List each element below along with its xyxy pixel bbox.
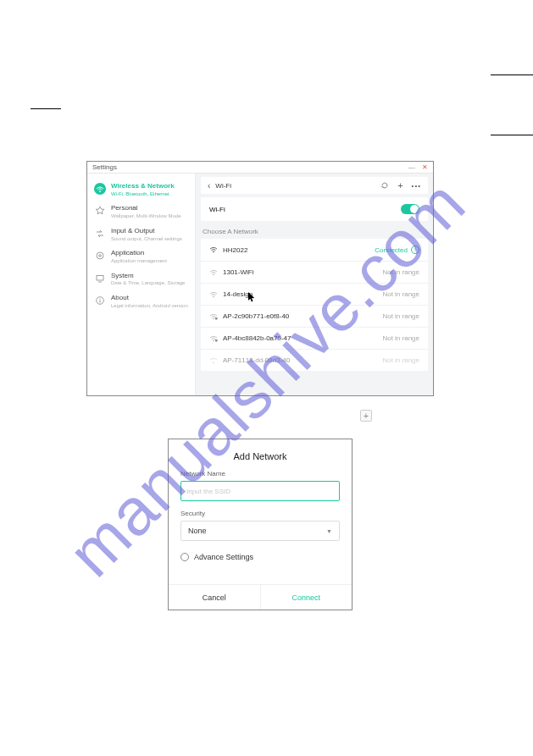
security-select[interactable]: None ▼ bbox=[180, 521, 340, 541]
refresh-icon[interactable] bbox=[380, 181, 389, 190]
cancel-button[interactable]: Cancel bbox=[169, 585, 260, 610]
sidebar-item-sub: Wi-Fi, Bluetooth, Ethernet bbox=[111, 191, 175, 197]
decor-line bbox=[491, 135, 533, 135]
network-status: Connected i bbox=[375, 246, 419, 254]
svg-point-8 bbox=[213, 273, 214, 275]
sidebar-item-io[interactable]: Input & Output Sound output, Channel set… bbox=[87, 223, 195, 246]
sidebar-item-wireless[interactable]: Wireless & Network Wi-Fi, Bluetooth, Eth… bbox=[87, 179, 195, 201]
network-status: Not in range bbox=[382, 268, 419, 276]
svg-point-6 bbox=[99, 298, 100, 299]
close-icon[interactable]: ✕ bbox=[422, 163, 428, 171]
sidebar-item-label: Personal bbox=[111, 205, 180, 212]
sidebar-item-sub: Wallpaper, Multi-Window Mode bbox=[111, 213, 180, 219]
minimize-icon[interactable]: — bbox=[408, 163, 415, 171]
network-name: 1301-WiFi bbox=[223, 268, 253, 276]
svg-point-3 bbox=[99, 255, 102, 257]
advance-settings-row[interactable]: Advance Settings bbox=[180, 553, 340, 561]
wifi-signal-icon bbox=[209, 246, 218, 253]
system-icon bbox=[94, 273, 106, 284]
settings-window: Settings — ✕ Wireless & Network Wi-Fi, B… bbox=[86, 161, 434, 396]
network-row[interactable]: AP-71113-dd-08d3-40 Not in range bbox=[201, 350, 428, 371]
security-label: Security bbox=[180, 510, 340, 517]
sidebar-item-label: System bbox=[111, 273, 185, 280]
more-icon[interactable]: ••• bbox=[412, 182, 421, 190]
sidebar-item-about[interactable]: About Legal information, Android version bbox=[87, 290, 195, 312]
svg-point-7 bbox=[213, 251, 214, 252]
panel-header: ‹ Wi-Fi + ••• bbox=[201, 177, 428, 194]
wifi-toggle-row: Wi-Fi bbox=[201, 197, 428, 221]
svg-point-12 bbox=[213, 339, 214, 341]
svg-point-10 bbox=[213, 317, 214, 319]
wifi-lock-icon bbox=[209, 313, 218, 320]
back-icon[interactable]: ‹ bbox=[208, 181, 210, 190]
security-value: None bbox=[188, 527, 207, 535]
sidebar-item-label: Input & Output bbox=[111, 228, 182, 235]
decor-line bbox=[31, 108, 61, 109]
wifi-signal-icon bbox=[209, 291, 218, 298]
radio-icon bbox=[180, 553, 189, 561]
chevron-down-icon: ▼ bbox=[326, 528, 332, 534]
dialog-actions: Cancel Connect bbox=[169, 584, 352, 610]
info-icon bbox=[94, 295, 106, 306]
svg-point-9 bbox=[213, 295, 214, 297]
sidebar-item-label: Wireless & Network bbox=[111, 183, 175, 190]
network-name: 14-design bbox=[223, 290, 253, 298]
decor-line bbox=[491, 74, 533, 75]
add-network-plus-icon[interactable]: + bbox=[360, 410, 372, 422]
network-row[interactable]: 1301-WiFi Not in range bbox=[201, 262, 428, 284]
sidebar-item-sub: Sound output, Channel settings bbox=[111, 236, 182, 242]
panel-title: Wi-Fi bbox=[215, 182, 231, 190]
network-status: Not in range bbox=[382, 312, 419, 320]
io-icon bbox=[94, 228, 106, 240]
wifi-toggle-label: Wi-Fi bbox=[209, 206, 225, 213]
star-icon bbox=[94, 205, 106, 217]
svg-rect-13 bbox=[215, 339, 218, 342]
network-status: Not in range bbox=[382, 356, 419, 364]
sidebar-item-sub: Date & Time, Language, Storage bbox=[111, 280, 185, 286]
settings-sidebar: Wireless & Network Wi-Fi, Bluetooth, Eth… bbox=[87, 174, 196, 395]
svg-point-14 bbox=[213, 361, 214, 363]
svg-rect-4 bbox=[97, 275, 103, 280]
svg-point-1 bbox=[99, 190, 101, 192]
window-titlebar: Settings — ✕ bbox=[87, 162, 433, 174]
wifi-lock-icon bbox=[209, 357, 218, 364]
wifi-lock-icon bbox=[209, 335, 218, 342]
wifi-panel: ‹ Wi-Fi + ••• Wi-Fi Choose A Network bbox=[196, 174, 433, 395]
svg-rect-11 bbox=[215, 317, 218, 320]
ssid-input[interactable] bbox=[180, 481, 340, 501]
sidebar-item-application[interactable]: Application Application management bbox=[87, 246, 195, 268]
sidebar-item-label: About bbox=[111, 295, 188, 302]
sidebar-item-sub: Legal information, Android version bbox=[111, 303, 188, 309]
network-row[interactable]: 14-design Not in range bbox=[201, 284, 428, 306]
network-name: AP-71113-dd-08d3-40 bbox=[223, 356, 290, 364]
choose-network-label: Choose A Network bbox=[201, 226, 428, 239]
network-list: HH2022 Connected i 1301-WiFi Not in rang… bbox=[201, 239, 428, 371]
sidebar-item-label: Application bbox=[111, 250, 167, 257]
network-row[interactable]: HH2022 Connected i bbox=[201, 239, 428, 262]
wifi-icon bbox=[94, 183, 106, 195]
network-row[interactable]: AP-2c90b771-e0f8-40 Not in range bbox=[201, 306, 428, 328]
wifi-signal-icon bbox=[209, 269, 218, 276]
add-icon[interactable]: + bbox=[397, 180, 403, 190]
app-icon bbox=[94, 250, 106, 262]
dialog-title: Add Network bbox=[169, 439, 352, 470]
sidebar-item-personal[interactable]: Personal Wallpaper, Multi-Window Mode bbox=[87, 201, 195, 223]
network-name: AP-2c90b771-e0f8-40 bbox=[223, 312, 289, 320]
network-name-label: Network Name bbox=[180, 470, 340, 477]
advance-settings-label: Advance Settings bbox=[194, 553, 253, 561]
wifi-toggle[interactable] bbox=[401, 204, 419, 214]
svg-point-2 bbox=[97, 252, 103, 259]
network-status: Not in range bbox=[382, 334, 419, 342]
sidebar-item-system[interactable]: System Date & Time, Language, Storage bbox=[87, 268, 195, 290]
sidebar-item-sub: Application management bbox=[111, 258, 167, 264]
connect-button[interactable]: Connect bbox=[261, 585, 353, 610]
network-name: AP-4bc8842b-0a79-47 bbox=[223, 334, 291, 342]
network-name: HH2022 bbox=[223, 246, 247, 254]
window-title: Settings bbox=[92, 163, 117, 171]
network-status: Not in range bbox=[382, 290, 419, 298]
add-network-dialog: Add Network Network Name Security None ▼… bbox=[168, 439, 353, 610]
network-row[interactable]: AP-4bc8842b-0a79-47 Not in range bbox=[201, 328, 428, 350]
info-icon[interactable]: i bbox=[411, 246, 419, 254]
